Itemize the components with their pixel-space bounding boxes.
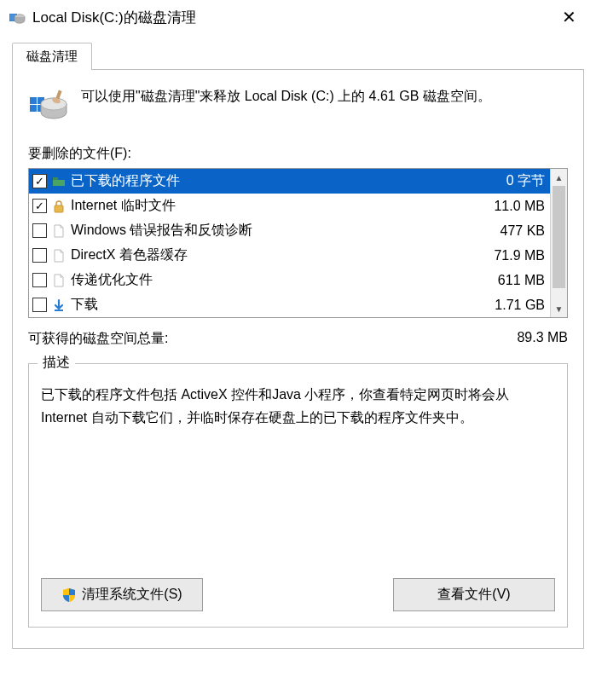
window-title: Local Disk(C:)的磁盘清理 — [32, 8, 552, 27]
tab-strip: 磁盘清理 — [0, 34, 596, 70]
files-to-delete-label: 要删除的文件(F): — [28, 145, 568, 163]
checkbox[interactable]: ✓ — [32, 174, 47, 188]
svg-rect-11 — [53, 177, 58, 180]
svg-rect-5 — [30, 105, 37, 112]
list-item-size: 1.71 GB — [495, 298, 545, 313]
list-item-size: 611 MB — [498, 273, 545, 288]
list-item-label: 传递优化文件 — [71, 271, 491, 289]
list-item-label: Internet 临时文件 — [71, 197, 487, 215]
disk-cleanup-large-icon — [28, 85, 69, 126]
svg-rect-9 — [55, 90, 61, 100]
scroll-thumb[interactable] — [553, 186, 565, 288]
tab-panel: 可以使用"磁盘清理"来释放 Local Disk (C:) 上的 4.61 GB… — [12, 69, 584, 649]
scroll-down-arrow[interactable]: ▼ — [551, 300, 567, 317]
list-item-size: 477 KB — [501, 223, 545, 239]
intro-block: 可以使用"磁盘清理"来释放 Local Disk (C:) 上的 4.61 GB… — [28, 85, 568, 126]
file-icon — [50, 223, 67, 240]
file-icon — [50, 272, 67, 289]
list-item[interactable]: ✓已下载的程序文件0 字节 — [29, 169, 550, 194]
list-item[interactable]: Windows 错误报告和反馈诊断477 KB — [29, 218, 550, 243]
total-gain-value: 89.3 MB — [517, 330, 568, 348]
files-listbox[interactable]: ✓已下载的程序文件0 字节✓Internet 临时文件11.0 MBWindow… — [28, 168, 568, 318]
file-icon — [50, 247, 67, 264]
list-item-label: 已下载的程序文件 — [71, 172, 500, 190]
list-item[interactable]: 下载1.71 GB — [29, 292, 550, 317]
disk-cleanup-icon — [9, 9, 26, 26]
clean-system-files-label: 清理系统文件(S) — [82, 586, 182, 604]
svg-rect-3 — [30, 97, 37, 104]
total-gain-row: 可获得的磁盘空间总量: 89.3 MB — [28, 330, 568, 348]
checkbox[interactable]: ✓ — [32, 199, 47, 213]
list-item-size: 71.9 MB — [494, 248, 545, 263]
arrow-down-icon — [50, 297, 67, 314]
title-bar: Local Disk(C:)的磁盘清理 ✕ — [0, 0, 596, 34]
view-files-button[interactable]: 查看文件(V) — [393, 578, 555, 611]
checkbox[interactable] — [32, 273, 47, 287]
list-item-label: DirectX 着色器缓存 — [71, 246, 487, 264]
checkbox[interactable] — [32, 248, 47, 263]
list-item[interactable]: 传递优化文件611 MB — [29, 268, 550, 292]
list-item-label: Windows 错误报告和反馈诊断 — [71, 222, 494, 240]
svg-rect-13 — [55, 310, 63, 311]
folder-green-icon — [50, 173, 67, 190]
uac-shield-icon — [61, 587, 77, 603]
checkbox[interactable] — [32, 223, 47, 238]
clean-system-files-button[interactable]: 清理系统文件(S) — [41, 578, 203, 611]
list-item[interactable]: DirectX 着色器缓存71.9 MB — [29, 243, 550, 268]
description-legend: 描述 — [38, 354, 75, 372]
list-item-label: 下载 — [71, 296, 488, 314]
description-text: 已下载的程序文件包括 ActiveX 控件和Java 小程序，你查看特定网页时将… — [41, 383, 555, 429]
list-item[interactable]: ✓Internet 临时文件11.0 MB — [29, 194, 550, 218]
listbox-scrollbar[interactable]: ▲ ▼ — [550, 169, 567, 317]
view-files-label: 查看文件(V) — [437, 586, 510, 604]
svg-rect-12 — [55, 205, 63, 212]
checkbox[interactable] — [32, 298, 47, 312]
list-item-size: 11.0 MB — [494, 199, 545, 214]
lock-icon — [50, 198, 67, 215]
close-button[interactable]: ✕ — [552, 7, 586, 27]
total-gain-label: 可获得的磁盘空间总量: — [28, 330, 517, 348]
intro-text: 可以使用"磁盘清理"来释放 Local Disk (C:) 上的 4.61 GB… — [81, 85, 491, 107]
scroll-up-arrow[interactable]: ▲ — [551, 169, 567, 186]
tab-disk-cleanup[interactable]: 磁盘清理 — [12, 43, 92, 70]
description-fieldset: 描述 已下载的程序文件包括 ActiveX 控件和Java 小程序，你查看特定网… — [28, 363, 568, 628]
list-item-size: 0 字节 — [506, 172, 545, 190]
